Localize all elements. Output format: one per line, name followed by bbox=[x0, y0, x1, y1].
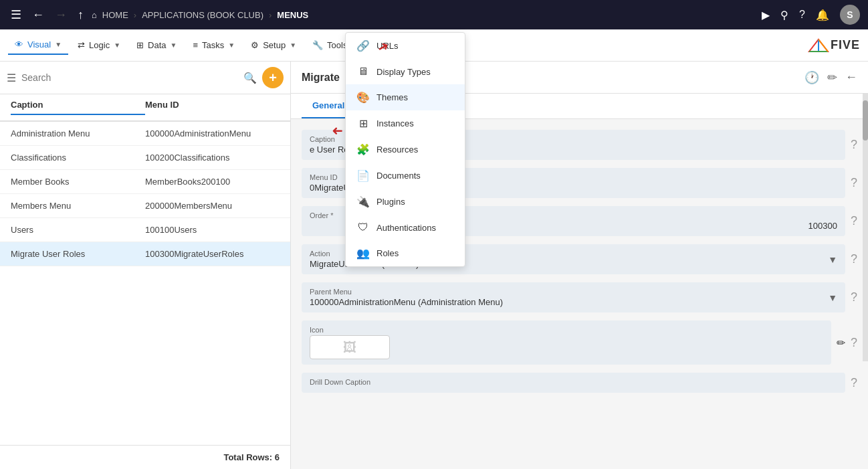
search-bar: ☰ 🔍 + bbox=[0, 62, 290, 94]
plugins-icon: 🔌 bbox=[356, 195, 370, 208]
up-icon[interactable]: ↑ bbox=[75, 5, 86, 25]
dropdown-instances[interactable]: ⊞ Instances bbox=[346, 110, 465, 136]
action-dropdown-arrow: ▼ bbox=[828, 254, 837, 265]
toolbar-tasks[interactable]: ≡ Tasks ▼ bbox=[186, 36, 241, 54]
tasks-caret: ▼ bbox=[228, 41, 235, 49]
visual-icon: 👁 bbox=[15, 39, 23, 50]
parent-menu-label: Parent Menu bbox=[310, 288, 828, 296]
tasks-label: Tasks bbox=[202, 40, 224, 50]
breadcrumb-sep1: › bbox=[134, 10, 136, 20]
home-icon: ⌂ bbox=[92, 10, 97, 20]
top-nav: ☰ ← → ↑ ⌂ HOME › APPLICATIONS (BOOK CLUB… bbox=[0, 0, 868, 29]
right-panel-scrollbar[interactable] bbox=[863, 94, 868, 361]
table-row[interactable]: Administration Menu100000AdministrationM… bbox=[0, 122, 290, 146]
right-panel-actions: 🕐 ✏ ← bbox=[804, 70, 857, 85]
dropdown-documents[interactable]: 📄 Documents bbox=[346, 163, 465, 189]
breadcrumb-current[interactable]: MENUS bbox=[277, 10, 308, 20]
add-button[interactable]: + bbox=[262, 67, 284, 88]
history-icon[interactable]: 🕐 bbox=[804, 70, 819, 85]
table-row[interactable]: Users100100Users bbox=[0, 218, 290, 242]
row-menuid: 100200Classifications bbox=[145, 153, 280, 163]
dropdown-authentications[interactable]: 🛡 Authentications bbox=[346, 215, 465, 240]
instances-label: Instances bbox=[376, 118, 414, 128]
action-help-icon[interactable]: ? bbox=[851, 252, 857, 266]
toolbar-setup[interactable]: ⚙ Setup ▼ bbox=[244, 36, 303, 54]
left-panel: ☰ 🔍 + Caption Menu ID Administration Men… bbox=[0, 62, 291, 469]
drill-down-help-icon[interactable]: ? bbox=[851, 376, 857, 390]
order-help-icon[interactable]: ? bbox=[851, 214, 857, 228]
parent-menu-dropdown-arrow: ▼ bbox=[828, 292, 837, 303]
roles-icon: 👥 bbox=[356, 247, 370, 260]
dropdown-resources[interactable]: 🧩 Resources bbox=[346, 136, 465, 163]
breadcrumb-home[interactable]: HOME bbox=[102, 10, 128, 20]
toolbar-data[interactable]: ⊞ Data ▼ bbox=[130, 36, 183, 54]
caption-help-icon[interactable]: ? bbox=[851, 138, 857, 152]
tools-label: Tools bbox=[327, 40, 347, 50]
icon-help-icon[interactable]: ? bbox=[851, 336, 857, 350]
edit-icon[interactable]: ✏ bbox=[827, 70, 837, 85]
setup-caret: ▼ bbox=[290, 41, 296, 49]
table-row[interactable]: Migrate User Roles100300MigrateUserRoles bbox=[0, 242, 290, 266]
icon-label: Icon bbox=[310, 326, 823, 334]
toolbar-visual[interactable]: 👁 Visual ▼ bbox=[8, 35, 68, 55]
five-logo: FIVE bbox=[808, 38, 860, 53]
help-icon[interactable]: ? bbox=[799, 9, 805, 21]
close-icon[interactable]: ← bbox=[845, 70, 857, 85]
setup-icon: ⚙ bbox=[251, 40, 259, 50]
scrollbar-thumb[interactable] bbox=[863, 100, 868, 140]
search-input[interactable] bbox=[21, 72, 238, 83]
play-icon[interactable]: ▶ bbox=[762, 9, 770, 21]
table-row[interactable]: Classifications100200Classifications bbox=[0, 146, 290, 170]
plugins-label: Plugins bbox=[376, 197, 405, 207]
menuid-help-icon[interactable]: ? bbox=[851, 176, 857, 190]
svg-line-3 bbox=[819, 39, 828, 52]
icon-edit-button[interactable]: ✏ bbox=[837, 337, 845, 349]
visual-label: Visual bbox=[27, 39, 51, 50]
forward-icon[interactable]: → bbox=[52, 5, 70, 25]
dropdown-urls[interactable]: 🔗 URLs bbox=[346, 33, 465, 59]
icon-field: Icon 🖼 bbox=[302, 320, 831, 365]
table-header: Caption Menu ID bbox=[0, 94, 290, 122]
dropdown-plugins[interactable]: 🔌 Plugins bbox=[346, 189, 465, 215]
dropdown-themes[interactable]: 🎨 Themes bbox=[346, 84, 465, 110]
row-menuid: MemberBooks200100 bbox=[145, 177, 280, 187]
parent-menu-field-content: Parent Menu 100000AdministrationMenu (Ad… bbox=[310, 288, 828, 307]
avatar[interactable]: S bbox=[840, 5, 860, 25]
table-footer: Total Rows: 6 bbox=[0, 445, 290, 469]
parent-menu-field[interactable]: Parent Menu 100000AdministrationMenu (Ad… bbox=[302, 282, 845, 312]
dropdown-display-types[interactable]: 🖥 Display Types bbox=[346, 59, 465, 84]
row-caption: Members Menu bbox=[11, 201, 145, 211]
breadcrumb-app[interactable]: APPLICATIONS (BOOK CLUB) bbox=[142, 10, 263, 20]
icon-field-content: 🖼 bbox=[310, 335, 823, 359]
dropdown-roles[interactable]: 👥 Roles bbox=[346, 240, 465, 266]
drill-down-label: Drill Down Caption bbox=[310, 378, 837, 386]
right-panel-title: Migrate bbox=[302, 72, 340, 84]
resources-label: Resources bbox=[376, 145, 418, 155]
search-submit-icon[interactable]: 🔍 bbox=[243, 72, 257, 84]
bell-icon[interactable]: 🔔 bbox=[816, 9, 829, 21]
drill-down-field: Drill Down Caption bbox=[302, 373, 845, 393]
logic-icon: ⇄ bbox=[78, 40, 85, 50]
authentications-icon: 🛡 bbox=[356, 221, 370, 233]
search-icon[interactable]: ⚲ bbox=[780, 9, 788, 21]
table-row[interactable]: Members Menu200000MembersMenu bbox=[0, 194, 290, 218]
toolbar-logic[interactable]: ⇄ Logic ▼ bbox=[71, 36, 127, 54]
menu-icon[interactable]: ☰ bbox=[8, 5, 24, 25]
table-row[interactable]: Member BooksMemberBooks200100 bbox=[0, 170, 290, 194]
data-icon: ⊞ bbox=[136, 40, 144, 50]
parent-menu-help-icon[interactable]: ? bbox=[851, 290, 857, 304]
instances-icon: ⊞ bbox=[356, 117, 370, 130]
five-logo-area: FIVE bbox=[808, 38, 860, 53]
logic-label: Logic bbox=[89, 40, 110, 50]
authentications-label: Authentications bbox=[376, 223, 436, 233]
visual-caret: ▼ bbox=[55, 41, 62, 48]
filter-icon[interactable]: ☰ bbox=[7, 72, 16, 84]
back-icon[interactable]: ← bbox=[29, 5, 47, 25]
data-caret: ▼ bbox=[171, 41, 177, 49]
top-nav-right: ▶ ⚲ ? 🔔 S bbox=[762, 5, 860, 25]
display-types-label: Display Types bbox=[376, 67, 431, 77]
menuid-header: Menu ID bbox=[145, 100, 280, 115]
themes-icon: 🎨 bbox=[356, 91, 370, 104]
breadcrumb-sep2: › bbox=[269, 10, 272, 20]
documents-label: Documents bbox=[376, 171, 421, 181]
